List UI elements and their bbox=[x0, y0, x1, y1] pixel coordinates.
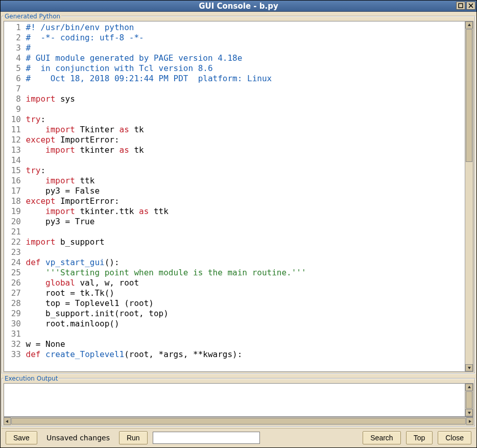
code-token: root = tk.Tk() bbox=[26, 288, 114, 298]
execution-scroll-wrap bbox=[4, 383, 473, 417]
scroll-thumb[interactable] bbox=[466, 29, 472, 162]
code-line[interactable]: 14 bbox=[6, 155, 463, 166]
line-number: 16 bbox=[6, 176, 21, 186]
code-line[interactable]: 31 bbox=[6, 329, 463, 339]
code-line[interactable]: 32w = None bbox=[6, 339, 463, 349]
scroll-down-icon[interactable] bbox=[465, 364, 473, 371]
code-line[interactable]: 27 root = tk.Tk() bbox=[6, 288, 463, 298]
scroll-thumb[interactable] bbox=[11, 418, 466, 425]
line-number: 3 bbox=[6, 43, 21, 53]
code-token: global bbox=[45, 278, 75, 288]
line-number: 19 bbox=[6, 206, 21, 217]
code-token: ImportError: bbox=[55, 196, 119, 206]
code-line[interactable]: 13 import tkinter as tk bbox=[6, 145, 463, 155]
scroll-down-icon[interactable] bbox=[465, 409, 473, 416]
code-token: top = Toplevel1 (root) bbox=[26, 298, 154, 308]
code-line[interactable]: 20 py3 = True bbox=[6, 217, 463, 227]
line-number: 4 bbox=[6, 53, 21, 63]
line-number: 31 bbox=[6, 329, 21, 339]
code-line[interactable]: 9 bbox=[6, 104, 463, 114]
code-token: tkinter bbox=[75, 145, 120, 155]
top-button[interactable]: Top bbox=[406, 431, 433, 444]
line-number: 10 bbox=[6, 114, 21, 125]
execution-output-legend: Execution Output bbox=[4, 375, 59, 382]
code-token: try bbox=[26, 114, 41, 124]
code-line[interactable]: 28 top = Toplevel1 (root) bbox=[6, 298, 463, 309]
close-icon[interactable] bbox=[466, 2, 475, 10]
code-token: as bbox=[139, 206, 149, 216]
save-button[interactable]: Save bbox=[6, 431, 37, 444]
code-line[interactable]: 3# bbox=[6, 43, 463, 53]
bottom-toolbar: Save Unsaved changes Run Search Top Clos… bbox=[2, 428, 475, 446]
code-line[interactable]: 11 import Tkinter as tk bbox=[6, 125, 463, 135]
code-line[interactable]: 33def create_Toplevel1(root, *args, **kw… bbox=[6, 349, 463, 360]
code-token: as bbox=[120, 125, 129, 134]
search-button[interactable]: Search bbox=[363, 431, 400, 444]
save-status: Unsaved changes bbox=[42, 434, 114, 442]
code-line[interactable]: 12except ImportError: bbox=[6, 135, 463, 145]
code-line[interactable]: 23 bbox=[6, 247, 463, 257]
code-token bbox=[26, 125, 46, 134]
code-token: import bbox=[45, 206, 75, 216]
code-token: py3 = False bbox=[26, 186, 100, 196]
code-line[interactable]: 8import sys bbox=[6, 94, 463, 104]
code-line[interactable]: 2# -*- coding: utf-8 -*- bbox=[6, 33, 463, 43]
code-token: import bbox=[45, 125, 75, 134]
code-vertical-scrollbar[interactable] bbox=[465, 21, 473, 371]
line-number: 26 bbox=[6, 278, 21, 288]
client-area: Generated Python 1#! /usr/bin/env python… bbox=[1, 12, 476, 447]
code-line[interactable]: 16 import ttk bbox=[6, 176, 463, 186]
line-number: 14 bbox=[6, 155, 21, 166]
code-token: Tkinter bbox=[75, 125, 120, 134]
scroll-up-icon[interactable] bbox=[465, 384, 473, 391]
code-line[interactable]: 6# Oct 18, 2018 09:21:44 PM PDT platform… bbox=[6, 74, 463, 84]
code-line[interactable]: 24def vp_start_gui(): bbox=[6, 257, 463, 268]
line-number: 22 bbox=[6, 237, 21, 247]
scroll-left-icon[interactable] bbox=[4, 417, 11, 425]
titlebar[interactable]: GUI Console - b.py bbox=[1, 1, 476, 12]
code-line[interactable]: 25 '''Starting point when module is the … bbox=[6, 268, 463, 278]
code-line[interactable]: 7 bbox=[6, 84, 463, 94]
code-line[interactable]: 1#! /usr/bin/env python bbox=[6, 22, 463, 33]
code-token: tk bbox=[129, 125, 144, 134]
line-number: 27 bbox=[6, 288, 21, 298]
maximize-icon[interactable] bbox=[456, 2, 465, 10]
execution-text[interactable] bbox=[4, 384, 465, 416]
exec-vertical-scrollbar[interactable] bbox=[465, 384, 473, 416]
code-line[interactable]: 29 b_support.init(root, top) bbox=[6, 309, 463, 319]
scroll-right-icon[interactable] bbox=[466, 417, 473, 425]
scroll-thumb[interactable] bbox=[466, 391, 472, 409]
line-number: 25 bbox=[6, 268, 21, 278]
code-token bbox=[26, 206, 46, 216]
code-line[interactable]: 17 py3 = False bbox=[6, 186, 463, 196]
code-line[interactable]: 22import b_support bbox=[6, 237, 463, 247]
code-line[interactable]: 26 global val, w, root bbox=[6, 278, 463, 288]
code-token bbox=[26, 268, 46, 277]
code-line[interactable]: 18except ImportError: bbox=[6, 196, 463, 206]
code-token: vp_start_gui bbox=[45, 257, 105, 267]
scroll-up-icon[interactable] bbox=[465, 21, 473, 29]
code-token: except bbox=[26, 196, 56, 206]
run-button[interactable]: Run bbox=[119, 431, 148, 444]
code-token: create_Toplevel1 bbox=[45, 349, 124, 359]
code-line[interactable]: 4# GUI module generated by PAGE version … bbox=[6, 53, 463, 63]
line-number: 23 bbox=[6, 247, 21, 257]
code-line[interactable]: 21 bbox=[6, 227, 463, 237]
search-input[interactable] bbox=[153, 432, 260, 444]
close-button[interactable]: Close bbox=[438, 431, 471, 444]
code-token bbox=[26, 176, 46, 185]
line-number: 5 bbox=[6, 63, 21, 74]
app-window: GUI Console - b.py Generated Python 1#! … bbox=[0, 0, 477, 448]
exec-horizontal-scrollbar[interactable] bbox=[4, 417, 473, 425]
code-line[interactable]: 15try: bbox=[6, 166, 463, 176]
code-line[interactable]: 10try: bbox=[6, 114, 463, 125]
code-token: : bbox=[40, 166, 45, 175]
line-number: 20 bbox=[6, 217, 21, 227]
code-line[interactable]: 30 root.mainloop() bbox=[6, 319, 463, 329]
code-line[interactable]: 19 import tkinter.ttk as ttk bbox=[6, 206, 463, 217]
code-token: import bbox=[45, 145, 75, 155]
code-token: except bbox=[26, 135, 56, 145]
code-text[interactable]: 1#! /usr/bin/env python2# -*- coding: ut… bbox=[4, 21, 465, 371]
code-line[interactable]: 5# in conjunction with Tcl version 8.6 bbox=[6, 63, 463, 74]
code-token: ttk bbox=[149, 206, 169, 216]
